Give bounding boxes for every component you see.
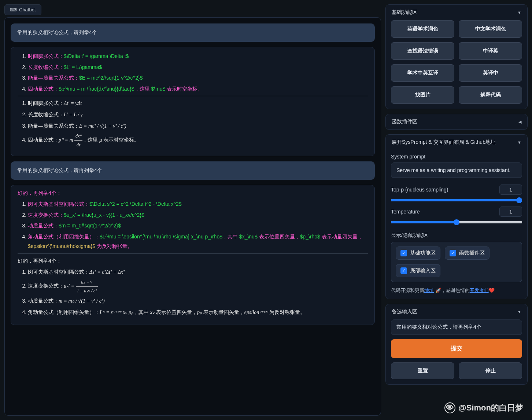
footer-text: 代码开源和更新地址 🚀，感谢热情的开发者们❤️: [391, 287, 522, 294]
heart-icon: ❤️: [489, 288, 495, 293]
rocket-icon: 🚀: [435, 288, 441, 293]
chevron-down-icon: ▼: [517, 140, 521, 145]
topp-value[interactable]: 1: [499, 185, 522, 195]
preset-find-image[interactable]: 找图片: [391, 86, 454, 104]
txt: ，其中: [133, 309, 150, 315]
developers-link[interactable]: 开发者们: [470, 288, 489, 293]
math: uₓ′ = uₓ − v1 − uₓv / c²: [64, 283, 98, 289]
txt: 表示位置四矢量，: [155, 309, 197, 315]
advanced-panel-header[interactable]: 展开SysPrompt & 交互界面布局 & Github地址 ▼: [386, 135, 527, 150]
stop-button[interactable]: 停止: [459, 362, 522, 379]
txt: ，其中: [222, 234, 239, 240]
chat-log: 常用的狭义相对论公式，请列举4个 时间膨胀公式：$\Delta t' = \ga…: [4, 17, 381, 416]
txt: 速度变换公式：: [28, 283, 64, 289]
chevron-down-icon: ▼: [517, 310, 521, 314]
visibility-group: ✓基础功能区 ✓函数插件区 ✓底部输入区: [391, 242, 522, 282]
txt: 闵可夫斯基时空间隔公式：: [28, 201, 89, 207]
system-prompt-input[interactable]: [391, 162, 522, 178]
tex: $\Delta s^2 = c^2 \Delta t^2 - \Delta x^…: [89, 201, 182, 207]
chevron-left-icon: ◀: [518, 120, 521, 124]
txt: 表示位置四矢量，: [258, 234, 300, 240]
chatbot-tab[interactable]: ⌨ Chatbot: [4, 4, 41, 15]
tex: $L' = L/\gamma$: [64, 64, 102, 70]
preset-zh-to-en[interactable]: 中译英: [459, 42, 522, 60]
txt: 时间膨胀公式：: [28, 100, 64, 106]
submit-button[interactable]: 提交: [391, 339, 522, 358]
txt: 能量—质量关系公式：: [28, 123, 79, 129]
txt: 角动量公式（利用四维矢量）：: [28, 234, 100, 240]
reset-button[interactable]: 重置: [391, 362, 454, 379]
preset-en-to-zh[interactable]: 英译中: [459, 64, 522, 82]
txt: 角动量公式（利用四维矢量）：: [28, 309, 100, 315]
user-message: 常用的狭义相对论公式，请再列举4个: [11, 161, 375, 180]
tex: $p_\rho$: [300, 234, 320, 240]
input-panel-header[interactable]: 备选输入区 ▼: [386, 304, 527, 319]
tex: $L^\mu = \epsilon^{\mu \nu \rho \sigma} …: [100, 234, 222, 240]
tex: $E = mc^2/\sqrt{1-v^2/c^2}$: [79, 75, 143, 81]
math: Lᵘ = εᵘᵛᵖᵒ xᵥ pₚ: [100, 310, 133, 315]
tex: $m = m_0/\sqrt{1-v^2/c^2}$: [59, 223, 121, 229]
preset-grammar-check[interactable]: 查找语法错误: [391, 42, 454, 60]
tex: $epsilon^{\mu\nu\rho\sigma}$: [28, 243, 95, 249]
temperature-label: Temperature: [391, 209, 495, 215]
panel-title: 基础功能区: [392, 9, 417, 16]
txt: 速度变换公式：: [28, 212, 64, 218]
txt: 为反对称张量。: [268, 309, 305, 315]
txt: 表示动量四矢量，: [202, 309, 244, 315]
preset-academic-translate[interactable]: 学术中英互译: [391, 64, 454, 82]
intro: 好的，再列举4个：: [18, 188, 368, 198]
topp-slider[interactable]: [391, 199, 522, 201]
advanced-panel: 展开SysPrompt & 交互界面布局 & Github地址 ▼ System…: [385, 134, 528, 299]
txt: 长度收缩公式：: [28, 64, 64, 70]
checkbox-label: 函数插件区: [459, 250, 485, 256]
system-prompt-label: System prompt: [391, 154, 522, 160]
txt: 四动量公式：: [28, 137, 59, 143]
txt: 时间膨胀公式：: [28, 53, 64, 59]
tex: $u_x' = \frac{u_x - v}{1 - u_xv/c^2}$: [64, 212, 144, 218]
tex: $x_\nu$: [239, 234, 258, 240]
tex: $p^\mu = m \frac{dx^\mu}{d\tau}$: [59, 86, 134, 92]
panel-title: 函数插件区: [392, 118, 417, 125]
txt: ，这里: [134, 86, 151, 92]
preset-chinese-polish[interactable]: 中文学术润色: [459, 20, 522, 38]
txt: 动质量公式：: [28, 298, 59, 304]
panel-title: 备选输入区: [392, 308, 417, 315]
math: epsilonᵘᵛᵖᵒ: [244, 310, 268, 315]
math: pₚ: [197, 310, 202, 315]
chevron-down-icon: ▼: [517, 10, 521, 15]
math: Δs² = c²Δt² − Δx²: [89, 269, 125, 275]
check-icon: ✓: [400, 267, 407, 274]
txt: 为反对称张量。: [95, 243, 133, 249]
checkbox-basic[interactable]: ✓基础功能区: [396, 246, 440, 260]
assistant-message: 时间膨胀公式：$\Delta t' = \gamma \Delta t$ 长度收…: [11, 47, 375, 156]
checkbox-plugins[interactable]: ✓函数插件区: [445, 246, 489, 260]
temperature-slider[interactable]: [391, 221, 522, 223]
repo-link[interactable]: 地址: [424, 288, 434, 293]
assistant-message: 好的，再列举4个： 闵可夫斯基时空间隔公式：$\Delta s^2 = c^2 …: [11, 185, 375, 325]
preset-english-polish[interactable]: 英语学术润色: [391, 20, 454, 38]
prompt-input[interactable]: [391, 319, 522, 335]
txt: 闵可夫斯基时空间隔公式：: [28, 269, 89, 275]
txt: ，这里: [82, 137, 99, 143]
basic-panel-header[interactable]: 基础功能区 ▼: [386, 5, 527, 20]
tex: $\mu$: [151, 86, 165, 92]
math: L′ = L / γ: [64, 112, 82, 117]
topp-label: Top-p (nucleus sampling): [391, 187, 495, 193]
txt: 动质量公式：: [28, 223, 59, 229]
intro: 好的，再列举4个：: [18, 256, 368, 266]
plugins-panel-header[interactable]: 函数插件区 ◀: [386, 114, 527, 129]
math: xᵥ: [150, 310, 155, 315]
check-icon: ✓: [450, 250, 456, 256]
chat-icon: ⌨: [10, 7, 17, 12]
temperature-value[interactable]: 1: [499, 207, 522, 217]
input-panel: 备选输入区 ▼ 提交 重置 停止: [385, 304, 528, 385]
math: Δt′ = γΔt: [64, 101, 82, 106]
checkbox-input[interactable]: ✓底部输入区: [396, 264, 440, 277]
panel-title: 展开SysPrompt & 交互界面布局 & Github地址: [392, 139, 496, 146]
checkbox-label: 底部输入区: [410, 267, 436, 274]
tex: $\Delta t' = \gamma \Delta t$: [64, 53, 129, 59]
txt: 表示时空坐标。: [102, 137, 139, 143]
preset-explain-code[interactable]: 解释代码: [459, 86, 522, 104]
check-icon: ✓: [400, 250, 407, 256]
plugins-panel: 函数插件区 ◀: [385, 114, 528, 130]
